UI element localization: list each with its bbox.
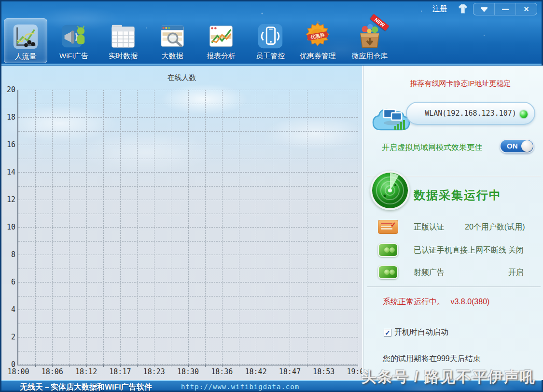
- toggle-dot: [384, 247, 390, 253]
- network-tip-text: 推荐有线网卡静态IP地址更稳定: [363, 79, 543, 88]
- x-axis-tickmark: [341, 365, 341, 367]
- version-text: v3.8.0(380): [450, 297, 489, 306]
- skin-shirt-icon[interactable]: [457, 3, 469, 15]
- x-axis-tickmark: [324, 365, 324, 367]
- rf-ads-value[interactable]: 开启: [508, 268, 524, 278]
- autostart-row[interactable]: ✓ 开机时自动启动: [384, 327, 448, 338]
- coupon-icon: 优惠券: [303, 21, 333, 51]
- tab-label: 优惠券管理: [293, 52, 342, 61]
- big-data-icon: [157, 21, 187, 51]
- tab-report-analysis[interactable]: 报表分析: [199, 18, 243, 63]
- system-status-line: 系统正常运行中。 v3.8.0(380): [383, 297, 489, 307]
- tab-label: WiFi广告: [52, 52, 96, 61]
- x-axis-tick-label: 18:36: [207, 367, 237, 376]
- toggle-dot: [384, 270, 390, 275]
- vlan-mode-label: 开启虚拟局域网模式效果更佳: [382, 143, 482, 153]
- x-axis-tickmark: [52, 365, 53, 367]
- window-chrome: 注册 ×: [1, 1, 542, 65]
- collect-status-title: 数据采集运行中: [414, 188, 501, 203]
- visitor-flow-icon: [11, 22, 41, 52]
- micro-app-store-icon: NEW: [355, 21, 385, 51]
- tab-micro-app-store[interactable]: NEW 微应用仓库: [346, 18, 394, 63]
- divider: [367, 286, 541, 287]
- toggle-knob: [521, 140, 533, 152]
- close-button[interactable]: ×: [515, 3, 537, 15]
- menu-chevron-button[interactable]: [473, 3, 494, 15]
- register-link[interactable]: 注册: [432, 4, 447, 14]
- tab-visitor-flow[interactable]: 人流量: [4, 18, 47, 63]
- tab-coupon-management[interactable]: 优惠券 优惠券管理: [293, 18, 342, 63]
- y-axis-tick-label: 8: [0, 250, 15, 259]
- tab-wifi-ads[interactable]: WiFi广告: [52, 18, 96, 63]
- chevron-bar-icon: [481, 7, 487, 8]
- wifi-ads-icon: [59, 21, 89, 51]
- x-axis-tick-label: 18:30: [173, 367, 204, 376]
- auth-phone-value[interactable]: 关闭: [508, 245, 524, 256]
- x-axis-tickmark: [307, 365, 307, 367]
- green-toggle-icon[interactable]: [378, 265, 398, 279]
- chart-title: 在线人数: [1, 73, 362, 82]
- gridline-vertical: [188, 90, 189, 365]
- gridline-vertical: [205, 90, 206, 365]
- system-status-text: 系统正常运行中。: [383, 297, 445, 306]
- x-axis-tick-label: 18:06: [37, 367, 68, 376]
- gridline-vertical: [171, 90, 171, 365]
- x-axis-tick-label: 18:47: [274, 367, 305, 376]
- toggle-dot: [390, 247, 395, 253]
- x-axis-tickmark: [205, 365, 206, 367]
- gridline-vertical: [154, 90, 154, 365]
- realtime-data-icon: [108, 21, 138, 51]
- x-axis-tickmark: [86, 365, 87, 367]
- x-axis-tick-label: 18:00: [3, 367, 34, 376]
- x-axis-tick-label: 18:53: [308, 367, 339, 376]
- x-axis-tickmark: [188, 365, 189, 367]
- close-icon: ×: [524, 5, 529, 14]
- x-axis-tickmark: [239, 365, 239, 367]
- rf-ads-label: 射频广告: [414, 268, 445, 278]
- x-axis-tick-label: 18:17: [105, 367, 136, 376]
- gridline-vertical: [120, 90, 121, 365]
- green-toggle-icon[interactable]: [378, 243, 398, 257]
- tab-label: 员工管控: [249, 52, 292, 61]
- toggle-state-label: ON: [507, 142, 518, 150]
- minimize-button[interactable]: [494, 3, 515, 15]
- vlan-toggle[interactable]: ON: [500, 139, 534, 153]
- y-axis-tick-label: 12: [0, 195, 15, 204]
- gridline-vertical: [307, 90, 307, 365]
- online-users-plot: 0246810121416182018:0018:0618:1218:1718:…: [17, 90, 358, 365]
- tab-staff-control[interactable]: 员工管控: [249, 18, 292, 63]
- x-axis-tickmark: [290, 365, 290, 367]
- app-name-text: 无线天－实体店大数据和WiFi广告软件: [20, 382, 152, 392]
- radar-icon: [370, 171, 410, 210]
- x-axis-tickmark: [137, 365, 138, 367]
- license-row: ✓ 正版认证 20个用户数(试用): [363, 220, 543, 236]
- wlan-adapter-label: WLAN(192.168.123.107): [407, 103, 534, 124]
- tab-big-data[interactable]: 大数据: [151, 18, 194, 63]
- status-panel: 推荐有线网卡静态IP地址更稳定 WLAN(192.168.123.107) 开启…: [362, 66, 543, 380]
- report-analysis-icon: [206, 21, 236, 51]
- tab-label: 大数据: [151, 52, 194, 61]
- license-label: 正版认证: [414, 222, 445, 232]
- auth-phone-row: 已认证手机直接上网不断线 关闭: [363, 243, 543, 259]
- gridline-vertical: [137, 90, 138, 365]
- y-axis-tick-label: 2: [0, 333, 15, 341]
- gridline-vertical: [52, 90, 53, 365]
- y-axis-tick-label: 18: [0, 113, 15, 122]
- staff-control-icon: [255, 21, 285, 51]
- gridline-vertical: [35, 90, 36, 365]
- gridline-vertical: [290, 90, 290, 365]
- wlan-adapter-button[interactable]: WLAN(192.168.123.107): [406, 102, 535, 125]
- gridline-vertical: [69, 90, 70, 365]
- autostart-label: 开机时自动启动: [394, 327, 448, 338]
- x-axis-tickmark: [103, 365, 104, 367]
- tab-label: 微应用仓库: [346, 52, 394, 61]
- autostart-checkbox[interactable]: ✓: [384, 329, 391, 337]
- x-axis-tick-label: 18:12: [71, 367, 102, 376]
- tab-realtime-data[interactable]: 实时数据: [101, 18, 145, 63]
- gridline-vertical: [358, 90, 358, 365]
- app-url-link[interactable]: http://www.wifibigdata.com: [181, 383, 299, 391]
- tab-label: 实时数据: [101, 52, 145, 61]
- x-axis-tickmark: [35, 365, 36, 367]
- titlebar: 注册 ×: [1, 1, 542, 17]
- y-axis-tick-label: 10: [0, 223, 15, 231]
